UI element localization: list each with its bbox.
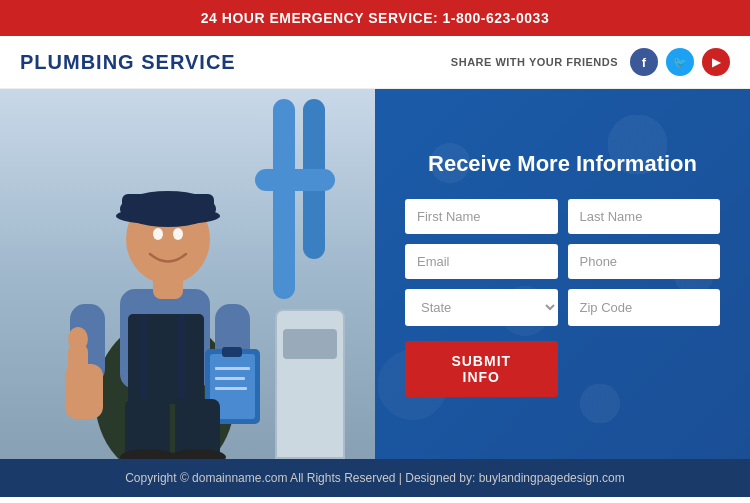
- hero-image-section: [0, 89, 375, 459]
- main-content: Receive More Information StateAlabamaAla…: [0, 89, 750, 459]
- zip-input[interactable]: [568, 289, 721, 326]
- first-name-input[interactable]: [405, 199, 558, 234]
- svg-rect-18: [215, 377, 245, 380]
- state-select[interactable]: StateAlabamaAlaskaArizonaArkansasCalifor…: [405, 289, 558, 326]
- email-input[interactable]: [405, 244, 558, 279]
- emergency-text: 24 HOUR EMERGENCY SERVICE: 1-800-623-003…: [201, 10, 549, 26]
- footer: Copyright © domainname.com All Rights Re…: [0, 459, 750, 497]
- last-name-input[interactable]: [568, 199, 721, 234]
- svg-rect-9: [128, 314, 204, 404]
- header: PLUMBING SERVICE SHARE WITH YOUR FRIENDS…: [0, 36, 750, 89]
- svg-rect-19: [215, 387, 247, 390]
- svg-point-6: [116, 207, 220, 225]
- youtube-icon[interactable]: ▶: [702, 48, 730, 76]
- form-title: Receive More Information: [428, 151, 697, 177]
- form-section: Receive More Information StateAlabamaAla…: [375, 89, 750, 459]
- submit-button[interactable]: SUBMIT INFO: [405, 341, 558, 397]
- submit-row: SUBMIT INFO: [405, 341, 558, 397]
- svg-point-8: [173, 228, 183, 240]
- facebook-icon[interactable]: f: [630, 48, 658, 76]
- share-label: SHARE WITH YOUR FRIENDS: [451, 56, 618, 68]
- phone-input[interactable]: [568, 244, 721, 279]
- top-bar: 24 HOUR EMERGENCY SERVICE: 1-800-623-003…: [0, 0, 750, 36]
- contact-form: StateAlabamaAlaskaArizonaArkansasCalifor…: [405, 199, 720, 397]
- site-logo: PLUMBING SERVICE: [20, 51, 236, 74]
- svg-point-7: [153, 228, 163, 240]
- footer-text: Copyright © domainname.com All Rights Re…: [125, 471, 625, 485]
- svg-point-13: [68, 327, 88, 351]
- social-share-area: SHARE WITH YOUR FRIENDS f 🐦 ▶: [451, 48, 730, 76]
- svg-rect-20: [222, 347, 242, 357]
- svg-rect-26: [178, 314, 186, 399]
- twitter-icon[interactable]: 🐦: [666, 48, 694, 76]
- plumber-illustration: [10, 119, 330, 459]
- svg-rect-25: [140, 314, 148, 399]
- svg-rect-17: [215, 367, 250, 370]
